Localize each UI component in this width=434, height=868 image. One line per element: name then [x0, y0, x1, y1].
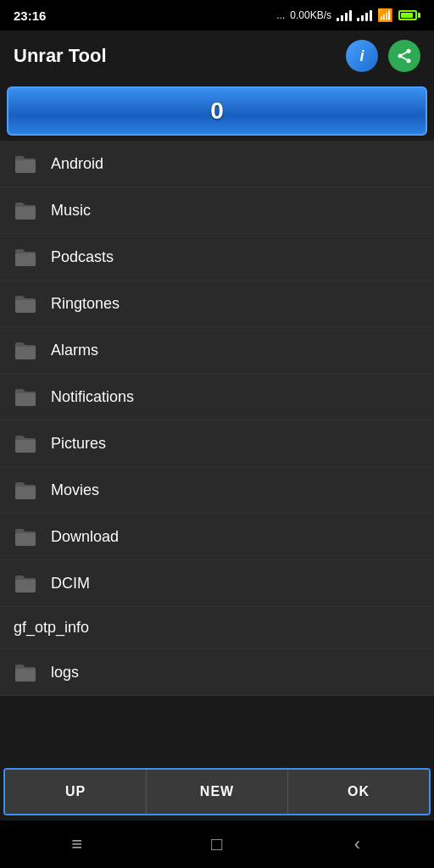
- counter-bar: 0: [7, 86, 427, 136]
- home-nav-icon[interactable]: □: [200, 827, 234, 861]
- up-button[interactable]: UP: [5, 770, 147, 814]
- back-nav-icon[interactable]: ‹: [340, 827, 374, 861]
- ok-button[interactable]: OK: [288, 770, 429, 814]
- menu-nav-icon[interactable]: ≡: [60, 827, 94, 861]
- info-button[interactable]: i: [346, 40, 378, 72]
- list-item[interactable]: Ringtones: [0, 281, 434, 327]
- app-title: Unrar Tool: [14, 45, 107, 67]
- signal-bars-2-icon: [357, 9, 372, 21]
- folder-icon: [14, 339, 37, 361]
- file-name-label: Music: [51, 202, 91, 220]
- file-name-label: Download: [51, 528, 119, 546]
- folder-icon: [14, 479, 37, 501]
- status-icons: ... 0.00KB/s 📶: [276, 8, 420, 23]
- new-button[interactable]: NEW: [147, 770, 288, 814]
- folder-icon: [14, 386, 37, 408]
- file-list: Android Music Podcasts Ringtones Alarms …: [0, 141, 434, 763]
- svg-line-3: [402, 57, 407, 59]
- list-item[interactable]: Notifications: [0, 374, 434, 420]
- folder-icon: [14, 432, 37, 454]
- counter-value: 0: [210, 97, 224, 125]
- svg-point-1: [398, 54, 403, 58]
- file-name-label: Podcasts: [51, 248, 114, 266]
- share-button[interactable]: [388, 40, 420, 72]
- status-time: 23:16: [14, 8, 46, 23]
- file-name-label: Alarms: [51, 342, 98, 359]
- svg-line-4: [402, 52, 407, 54]
- list-item[interactable]: logs: [0, 649, 434, 696]
- status-bar: 23:16 ... 0.00KB/s 📶: [0, 0, 434, 31]
- list-item[interactable]: Download: [0, 514, 434, 560]
- list-item[interactable]: Pictures: [0, 420, 434, 467]
- list-item[interactable]: Podcasts: [0, 234, 434, 281]
- folder-icon: [14, 199, 37, 221]
- folder-icon: [14, 572, 37, 594]
- list-item[interactable]: Android: [0, 141, 434, 187]
- app-bar-actions: i: [346, 40, 420, 72]
- folder-icon: [14, 661, 37, 683]
- folder-icon: [14, 246, 37, 268]
- svg-point-0: [407, 49, 411, 53]
- folder-icon: [14, 153, 37, 175]
- folder-icon: [14, 526, 37, 548]
- file-name-label: Pictures: [51, 435, 106, 453]
- wifi-icon: 📶: [377, 8, 393, 23]
- data-speed: 0.00KB/s: [290, 9, 331, 21]
- file-name-label: Notifications: [51, 388, 134, 406]
- bottom-action-bar: UP NEW OK: [3, 768, 431, 815]
- file-name-label: Movies: [51, 481, 99, 499]
- file-name-label: Ringtones: [51, 295, 120, 313]
- folder-icon: [14, 292, 37, 314]
- battery-icon: [398, 10, 420, 20]
- file-name-label: DCIM: [51, 575, 90, 593]
- list-item[interactable]: Movies: [0, 467, 434, 514]
- file-name-label: Android: [51, 155, 103, 173]
- list-item[interactable]: Music: [0, 187, 434, 234]
- list-item[interactable]: Alarms: [0, 327, 434, 374]
- svg-point-2: [407, 58, 411, 63]
- share-icon: [396, 47, 413, 64]
- signal-bars-icon: [337, 9, 352, 21]
- list-item[interactable]: gf_otp_info: [0, 607, 434, 649]
- status-dots: ...: [276, 9, 285, 21]
- file-name-label: gf_otp_info: [14, 619, 89, 637]
- list-item[interactable]: DCIM: [0, 560, 434, 607]
- app-bar: Unrar Tool i: [0, 31, 434, 81]
- nav-bar: ≡ □ ‹: [0, 821, 434, 868]
- file-name-label: logs: [51, 664, 79, 682]
